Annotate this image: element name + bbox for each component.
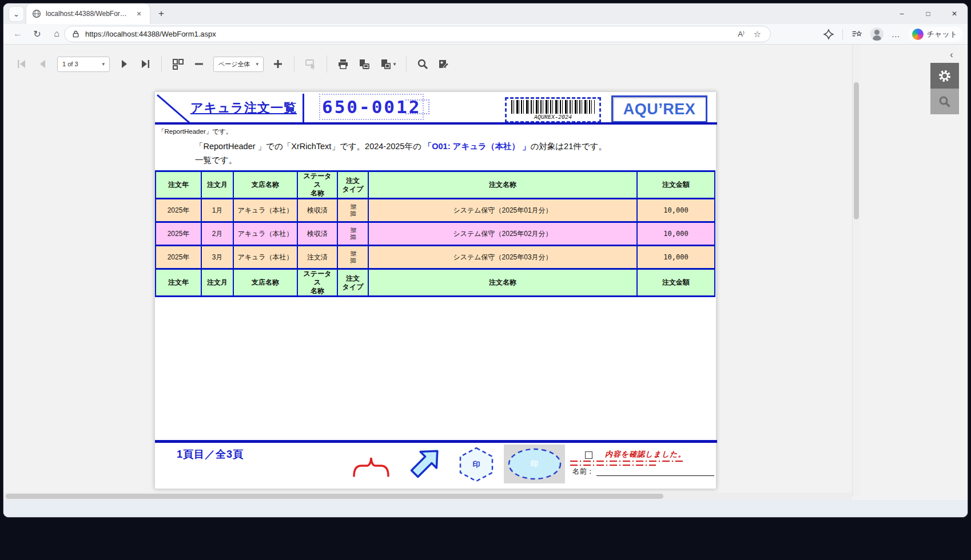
col-header: 支店名称 [233,171,297,199]
tab-title: localhost:44388/WebForm1.aspx [46,10,129,18]
order-table: 注文年 注文月 支店名称 ステータス 名称 注文 タイプ 注文名称 注文金額 2… [155,170,715,297]
diagonal-line-shape [157,94,190,124]
address-bar-actions: A) ☆ [738,29,761,39]
profile-avatar[interactable] [870,27,884,41]
confirm-label: 内容を確認しました。 [605,449,686,459]
horizontal-scrollbar[interactable] [3,493,852,500]
printer-icon [337,58,349,70]
last-page-icon [139,58,152,70]
panel-tab-search[interactable] [930,89,959,114]
zoom-out-button[interactable] [192,57,206,71]
print-page-icon [358,58,371,70]
plus-icon: + [158,8,164,19]
browser-window: ⌄ localhost:44388/WebForm1.aspx ✕ + – □ … [3,3,968,517]
navigation-bar: ← ↻ ⌂ https://localhost:44388/WebForm1.a… [3,24,968,45]
divider [161,55,162,73]
barcode-block: AQUREX-2024 [505,97,601,123]
multipage-icon [172,58,184,70]
vertical-scrollbar[interactable] [852,45,859,496]
panel-collapse-button[interactable]: ‹ [946,49,957,61]
tab-close-icon[interactable]: ✕ [134,9,144,19]
chevron-down-icon: ▾ [102,61,105,67]
divider [406,55,407,73]
col-header: 注文 タイプ [337,171,368,199]
print-button[interactable] [336,57,350,71]
report-title: アキュラ注文一覧 [190,99,297,117]
postal-code-dotted-boxes [405,99,429,114]
refresh-button[interactable]: ↻ [30,26,45,41]
cell-month: 2月 [201,222,233,246]
name-label: 名前： [572,467,594,477]
home-button[interactable]: ⌂ [49,26,64,41]
plus-icon [272,58,284,70]
favorites-bar-icon[interactable] [851,29,862,40]
red-dashed-line [570,461,685,462]
search-button[interactable] [416,57,429,71]
print-page-button[interactable] [357,57,371,71]
first-page-icon [15,58,28,70]
vertical-scrollbar-thumb[interactable] [854,82,859,219]
minimize-button[interactable]: – [889,3,915,24]
tab-search-button[interactable]: ⌄ [9,6,24,22]
maximize-button[interactable]: □ [915,3,941,24]
refresh-icon: ↻ [33,29,41,39]
divider [327,55,327,73]
horizontal-scrollbar-thumb[interactable] [6,494,663,499]
copilot-icon [912,29,924,40]
rich-text-line2: 一覧です。 [195,155,237,166]
copilot-chat-button[interactable]: チャット [909,27,963,42]
rich-text-pre: 「ReportHeader 」での「XrRichText」です。2024-202… [195,142,424,151]
export-save-icon [380,58,392,70]
page-indicator-combobox[interactable]: 1 of 3 ▾ [57,57,110,72]
maximize-icon: □ [926,10,930,18]
ellipse-stamp-background: 印 [504,445,565,483]
gear-icon [937,69,952,83]
table-header-row: 注文年 注文月 支店名称 ステータス 名称 注文 タイプ 注文名称 注文金額 [156,171,715,199]
table-row: 2025年 2月 アキュラ（本社） 検収済 新規 システム保守（2025年02月… [156,222,715,246]
back-arrow-icon: ← [13,29,22,39]
cell-branch: アキュラ（本社） [233,246,297,269]
cell-status: 検収済 [297,222,337,246]
lock-icon [71,30,80,38]
zoom-in-button[interactable] [271,57,285,71]
last-page-button[interactable] [138,57,152,71]
panel-tab-settings[interactable] [930,63,959,89]
export-button[interactable]: ▾ [379,57,397,71]
browser-tab[interactable]: localhost:44388/WebForm1.aspx ✕ [26,3,150,24]
highlight-editing-fields-button[interactable] [304,57,317,71]
header-rule [155,122,717,125]
zoom-combobox[interactable]: ページ全体 ▾ [213,57,264,72]
settings-more-icon[interactable]: … [892,29,901,39]
selection-pointer-icon [304,58,317,70]
header-divider-line [303,94,304,122]
favorite-star-icon[interactable]: ☆ [754,29,761,39]
divider [294,55,295,73]
watermark-edit-button[interactable] [437,57,451,71]
next-page-button[interactable] [117,57,131,71]
table-footer-header-row: 注文年 注文月 支店名称 ステータス 名称 注文 タイプ 注文名称 注文金額 [156,269,715,297]
col-header: 注文名称 [368,269,637,297]
first-page-button[interactable] [15,57,29,71]
cell-month: 3月 [201,246,233,269]
report-page: アキュラ注文一覧 650-0012 AQUREX-2024 AQU’REX 「R… [154,91,717,489]
address-bar[interactable]: https://localhost:44388/WebForm1.aspx A)… [64,26,771,42]
report-header-caption: 「ReportHeader」です。 [158,127,232,136]
cell-status: 検収済 [297,199,337,222]
cell-order-type: 新規 [337,199,368,222]
back-button[interactable]: ← [10,26,25,41]
multipage-view-button[interactable] [171,57,185,71]
minus-icon [193,58,205,70]
close-icon: ✕ [952,10,957,18]
chevron-left-icon: ‹ [950,50,953,60]
close-button[interactable]: ✕ [941,3,968,24]
cell-order-type: 新規 [337,222,368,246]
confirm-checkbox[interactable] [585,451,592,459]
cell-amount: 10,000 [637,199,715,222]
report-viewer: 1 of 3 ▾ ページ全体 ▾ [3,45,968,517]
new-tab-button[interactable]: + [156,8,167,19]
prev-page-button[interactable] [36,57,50,71]
extensions-icon[interactable] [823,29,834,40]
col-header: 注文 タイプ [337,269,368,297]
read-aloud-icon[interactable]: A) [738,30,744,38]
browser-action-icons: … チャット [823,26,963,42]
